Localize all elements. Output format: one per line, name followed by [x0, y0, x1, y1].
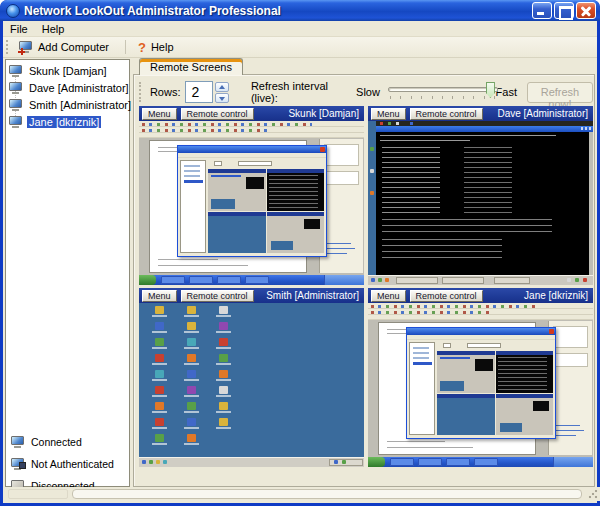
- refresh-interval-slider[interactable]: [388, 81, 488, 103]
- quadrant-menu-button[interactable]: Menu: [142, 290, 177, 302]
- computer-connected-icon: [9, 99, 23, 111]
- quadrant-menu-button[interactable]: Menu: [371, 108, 406, 120]
- slider-ticks: [390, 96, 496, 99]
- refresh-interval-label: Refresh interval (live):: [251, 80, 346, 104]
- toolbar: Add Computer ? Help: [3, 37, 597, 58]
- add-computer-button[interactable]: Add Computer: [15, 39, 117, 55]
- app-icon: [6, 4, 20, 18]
- legend-label: Not Authenticated: [31, 458, 114, 470]
- remote-screen-thumbnail[interactable]: [368, 121, 593, 285]
- rows-spin-up[interactable]: [215, 82, 229, 92]
- quadrant-header: Menu Remote control Skunk [Damjan]: [139, 106, 364, 121]
- quadrant-header: Menu Remote control Dave [Administrator]: [368, 106, 593, 121]
- minimize-button[interactable]: [532, 2, 552, 19]
- computer-item-jane[interactable]: Jane [dkriznik]: [9, 114, 101, 130]
- computer-item-smith[interactable]: Smith [Administrator]: [9, 97, 133, 113]
- fast-label: Fast: [496, 86, 517, 98]
- toolbar-separator: [125, 40, 126, 54]
- quadrant-smith: Menu Remote control Smith [Administrator…: [139, 288, 364, 467]
- desktop-icon: [219, 370, 228, 378]
- legend-connected: Connected: [11, 434, 82, 450]
- desktop-icon: [187, 402, 196, 410]
- menu-help[interactable]: Help: [35, 22, 72, 36]
- remote-screens-grid: Menu Remote control Skunk [Damjan]: [139, 106, 593, 467]
- quadrant-skunk: Menu Remote control Skunk [Damjan]: [139, 106, 364, 285]
- quadrant-jane: Menu Remote control Jane [dkriznik]: [368, 288, 593, 467]
- computer-connected-icon: [9, 82, 23, 94]
- add-computer-icon: [19, 41, 33, 53]
- help-button[interactable]: ? Help: [134, 39, 182, 55]
- remote-desktop-icons: [143, 306, 241, 450]
- computer-name: Dave [Administrator]: [27, 82, 131, 94]
- desktop-icon: [187, 354, 196, 362]
- slider-groove[interactable]: [388, 87, 498, 92]
- desktop-icon: [155, 338, 164, 346]
- refresh-now-button[interactable]: Refresh now!: [527, 82, 593, 103]
- desktop-icon: [219, 402, 228, 410]
- controls-grip[interactable]: [139, 82, 142, 102]
- rows-spin-down[interactable]: [215, 93, 229, 103]
- desktop-icon: [187, 434, 196, 442]
- legend-not-authenticated: Not Authenticated: [11, 456, 114, 472]
- quadrant-title: Dave [Administrator]: [487, 108, 590, 119]
- desktop-icon: [187, 418, 196, 426]
- close-button[interactable]: [576, 2, 596, 19]
- quadrant-title: Smith [Administrator]: [258, 290, 361, 301]
- desktop-icon: [219, 418, 228, 426]
- app-body: File Help Add Computer ? Help Skunk [Dam…: [3, 21, 597, 503]
- toolbar-grip[interactable]: [6, 40, 9, 54]
- remote-terminal-window: [376, 121, 593, 275]
- quadrant-menu-button[interactable]: Menu: [371, 290, 406, 302]
- quadrant-title: Skunk [Damjan]: [258, 108, 361, 119]
- add-computer-label: Add Computer: [38, 41, 109, 53]
- remote-lookout-window: [406, 327, 556, 439]
- computer-connected-icon: [9, 65, 23, 77]
- quadrant-title: Jane [dkriznik]: [487, 290, 590, 301]
- maximize-button[interactable]: [554, 2, 574, 19]
- remote-screen-thumbnail[interactable]: [139, 121, 364, 285]
- computer-connected-icon: [9, 116, 23, 128]
- desktop-icon: [219, 386, 228, 394]
- remote-taskbar: [139, 457, 364, 467]
- window-title: Network LookOut Administrator Profession…: [24, 4, 532, 18]
- desktop-icon: [219, 306, 228, 314]
- titlebar: Network LookOut Administrator Profession…: [0, 0, 600, 21]
- computer-name: Skunk [Damjan]: [27, 65, 109, 77]
- desktop-icon: [219, 354, 228, 362]
- remote-toolbar: [139, 133, 364, 138]
- remote-control-button[interactable]: Remote control: [410, 290, 483, 302]
- quadrant-menu-button[interactable]: Menu: [142, 108, 177, 120]
- menu-file[interactable]: File: [3, 22, 35, 36]
- desktop-icon: [187, 322, 196, 330]
- rows-value[interactable]: 2: [185, 81, 212, 103]
- legend-label: Connected: [31, 436, 82, 448]
- remote-control-button[interactable]: Remote control: [181, 108, 254, 120]
- quadrant-dave: Menu Remote control Dave [Administrator]: [368, 106, 593, 285]
- desktop-icon: [155, 434, 164, 442]
- computer-item-skunk[interactable]: Skunk [Damjan]: [9, 63, 109, 79]
- computer-name: Smith [Administrator]: [27, 99, 133, 111]
- resize-grip[interactable]: [588, 489, 598, 499]
- not-authenticated-icon: [11, 458, 25, 470]
- desktop-icon: [155, 386, 164, 394]
- computer-item-dave[interactable]: Dave [Administrator]: [9, 80, 131, 96]
- quadrant-header: Menu Remote control Jane [dkriznik]: [368, 288, 593, 303]
- remote-toolbar: [368, 315, 593, 320]
- remote-screen-thumbnail[interactable]: [368, 303, 593, 467]
- quadrant-header: Menu Remote control Smith [Administrator…: [139, 288, 364, 303]
- tab-remote-screens[interactable]: Remote Screens: [139, 58, 243, 75]
- desktop-icon: [187, 370, 196, 378]
- help-label: Help: [151, 41, 174, 53]
- statusbar: [6, 487, 600, 501]
- remote-taskbar: [139, 275, 364, 285]
- remote-screen-thumbnail[interactable]: [139, 303, 364, 467]
- desktop-icon: [187, 306, 196, 314]
- remote-control-button[interactable]: Remote control: [410, 108, 483, 120]
- menubar: File Help: [3, 21, 597, 37]
- remote-control-button[interactable]: Remote control: [181, 290, 254, 302]
- statusbar-panel-main: [72, 489, 582, 499]
- connected-icon: [11, 436, 25, 448]
- desktop-icon: [155, 370, 164, 378]
- computer-name: Jane [dkriznik]: [27, 116, 101, 128]
- desktop-icon: [187, 338, 196, 346]
